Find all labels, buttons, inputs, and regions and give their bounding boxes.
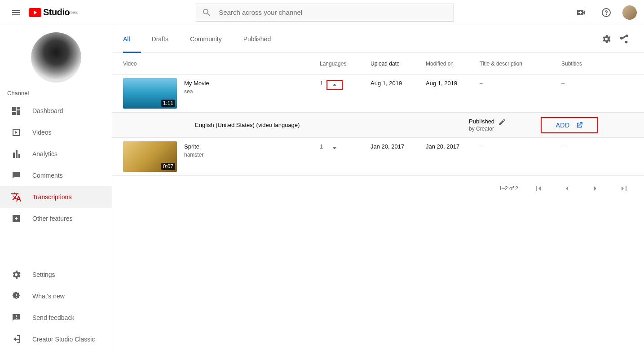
analytics-icon xyxy=(11,149,22,159)
sidebar-item-label: Transcriptions xyxy=(32,193,71,201)
share-icon xyxy=(619,34,630,44)
header-actions xyxy=(572,4,637,22)
add-box-icon xyxy=(11,213,22,224)
gear-icon xyxy=(601,34,612,44)
tab-label: Drafts xyxy=(152,35,168,43)
feedback-icon xyxy=(11,312,22,323)
sidebar-item-analytics[interactable]: Analytics xyxy=(0,143,112,165)
title-desc-cell: – xyxy=(480,141,561,172)
logo-text: Studio xyxy=(43,7,70,18)
modified-cell: Aug 1, 2019 xyxy=(426,78,480,109)
table-row: 0:07 Sprite hamster 1 Jan 20, 2017 Jan 2… xyxy=(112,138,644,176)
page-settings-button[interactable] xyxy=(597,30,615,48)
sidebar-item-label: What's new xyxy=(32,293,65,300)
sidebar-item-label: Other features xyxy=(32,215,73,222)
channel-avatar[interactable] xyxy=(31,32,81,83)
sidebar-item-label: Dashboard xyxy=(32,107,63,114)
sidebar-item-dashboard[interactable]: Dashboard xyxy=(0,100,112,122)
comments-icon xyxy=(11,170,22,181)
video-title[interactable]: Sprite xyxy=(184,143,203,150)
next-page-button[interactable] xyxy=(587,179,604,197)
sidebar-item-label: Creator Studio Classic xyxy=(32,336,95,343)
tab-community[interactable]: Community xyxy=(179,25,233,53)
translate-icon xyxy=(11,192,22,202)
video-subtitle: sea xyxy=(184,88,209,95)
tab-drafts[interactable]: Drafts xyxy=(141,25,179,53)
status-text: Published xyxy=(469,118,494,125)
status-subtext: by Creator xyxy=(469,126,494,132)
sidebar-item-classic[interactable]: Creator Studio Classic xyxy=(0,328,112,350)
sidebar-item-other-features[interactable]: Other features xyxy=(0,208,112,229)
expand-button[interactable] xyxy=(326,143,343,153)
sidebar-item-whats-new[interactable]: What's new xyxy=(0,285,112,307)
open-in-new-icon xyxy=(575,121,583,129)
first-page-icon xyxy=(533,183,543,194)
sidebar-item-videos[interactable]: Videos xyxy=(0,122,112,143)
video-subtitle: hamster xyxy=(184,152,203,158)
menu-button[interactable] xyxy=(7,4,25,22)
user-avatar[interactable] xyxy=(622,5,637,20)
pagination: 1–2 of 2 xyxy=(112,176,644,201)
language-count: 1 xyxy=(320,143,323,150)
tab-label: Published xyxy=(243,35,271,43)
tab-label: All xyxy=(123,35,130,43)
edit-icon[interactable] xyxy=(498,118,506,126)
table-header: Video Languages Upload date Modified on … xyxy=(112,53,644,74)
channel-label: Channel xyxy=(0,90,112,100)
help-icon xyxy=(601,7,612,18)
video-title[interactable]: My Movie xyxy=(184,80,209,87)
chevron-right-icon xyxy=(590,183,601,194)
youtube-icon xyxy=(29,8,41,17)
sidebar-item-settings[interactable]: Settings xyxy=(0,264,112,285)
last-page-icon xyxy=(619,183,630,194)
language-name: English (United States) (video language) xyxy=(195,122,469,128)
main-content: All Drafts Community Published Video Lan… xyxy=(112,25,644,350)
col-upload-date[interactable]: Upload date xyxy=(371,61,426,67)
col-video: Video xyxy=(123,61,320,67)
hamburger-icon xyxy=(11,7,22,18)
video-thumbnail[interactable]: 1:11 xyxy=(123,78,177,109)
sidebar-item-label: Analytics xyxy=(32,150,57,158)
add-label: ADD xyxy=(556,122,569,129)
title-desc-cell: – xyxy=(480,78,561,109)
search-input[interactable] xyxy=(219,9,448,16)
sidebar: Channel Dashboard Videos Analytics Comme… xyxy=(0,25,112,350)
chevron-left-icon xyxy=(561,183,572,194)
first-page-button[interactable] xyxy=(529,179,547,197)
tab-label: Community xyxy=(190,35,222,43)
sidebar-item-label: Videos xyxy=(32,129,52,136)
tabs-bar: All Drafts Community Published xyxy=(112,25,644,53)
search-box[interactable] xyxy=(196,4,454,22)
help-button[interactable] xyxy=(597,4,615,22)
chevron-up-icon xyxy=(330,80,339,89)
upload-date-cell: Jan 20, 2017 xyxy=(371,141,426,172)
sidebar-item-label: Send feedback xyxy=(32,314,74,321)
search-icon xyxy=(202,7,212,18)
studio-logo[interactable]: Studio beta xyxy=(29,7,78,18)
col-modified: Modified on xyxy=(426,61,480,67)
upload-date-cell: Aug 1, 2019 xyxy=(371,78,426,109)
create-video-button[interactable] xyxy=(572,4,590,22)
subtitles-cell: – xyxy=(561,141,633,172)
video-duration: 0:07 xyxy=(161,163,175,170)
sidebar-item-comments[interactable]: Comments xyxy=(0,165,112,186)
dashboard-icon xyxy=(11,105,22,116)
exit-icon xyxy=(11,334,22,345)
table-row: 1:11 My Movie sea 1 Aug 1, 2019 Aug 1, 2… xyxy=(112,74,644,113)
last-page-button[interactable] xyxy=(615,179,633,197)
col-subtitles: Subtitles xyxy=(561,61,633,67)
sidebar-item-feedback[interactable]: Send feedback xyxy=(0,307,112,328)
share-button[interactable] xyxy=(615,30,633,48)
sidebar-item-transcriptions[interactable]: Transcriptions xyxy=(0,186,112,208)
add-subtitles-button[interactable]: ADD xyxy=(541,117,598,133)
prev-page-button[interactable] xyxy=(558,179,576,197)
tab-published[interactable]: Published xyxy=(233,25,282,53)
tab-all[interactable]: All xyxy=(123,25,141,53)
video-thumbnail[interactable]: 0:07 xyxy=(123,141,177,172)
gear-icon xyxy=(11,269,22,280)
video-icon xyxy=(11,127,22,138)
language-row: English (United States) (video language)… xyxy=(112,113,644,138)
language-count: 1 xyxy=(320,80,323,87)
camera-plus-icon xyxy=(576,7,587,18)
collapse-button[interactable] xyxy=(326,80,343,90)
